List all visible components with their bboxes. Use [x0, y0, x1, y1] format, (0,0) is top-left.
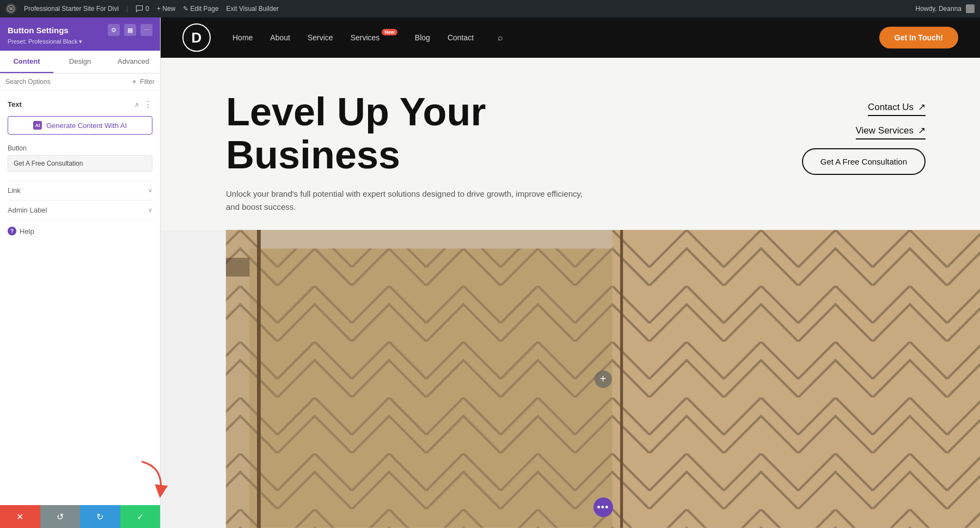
- link-section-label: Link: [8, 186, 21, 195]
- help-icon: ?: [8, 227, 16, 235]
- hero-section: Level Up Your Business Unlock your brand…: [161, 58, 980, 230]
- ai-icon: AI: [33, 121, 42, 130]
- wordpress-icon: W: [5, 3, 16, 14]
- view-services-label: View Services: [856, 125, 914, 136]
- admin-bar: W Professional Starter Site For Divi | 0…: [0, 0, 980, 17]
- link-chevron-down-icon: ∨: [148, 187, 152, 194]
- filter-label: Filter: [140, 78, 155, 86]
- filter-icon: ⧧: [131, 78, 138, 86]
- help-label: Help: [20, 227, 34, 235]
- save-button[interactable]: ✓: [120, 505, 161, 528]
- text-section-menu[interactable]: ⋮: [144, 99, 152, 110]
- svg-rect-8: [249, 249, 621, 528]
- chevron-up-icon: ∧: [134, 101, 139, 108]
- panel-title: Button Settings: [8, 26, 69, 35]
- edit-page-button[interactable]: ✎ Edit Page: [183, 5, 218, 13]
- panel-header-top: Button Settings ⚙ ▦ ⋯: [8, 24, 152, 36]
- undo-button[interactable]: ↺: [40, 505, 81, 528]
- tab-design[interactable]: Design: [53, 51, 107, 73]
- site-nav: D Home About Service Services New Blog C…: [161, 17, 980, 58]
- search-row: ⧧ Filter: [0, 74, 160, 90]
- ai-generate-button[interactable]: AI Generate Content With AI: [8, 116, 152, 135]
- site-logo: D: [182, 23, 211, 52]
- nav-link-contact[interactable]: Contact: [448, 33, 474, 42]
- site-name[interactable]: Professional Starter Site For Divi: [24, 5, 119, 13]
- text-section-collapse[interactable]: ∧: [134, 101, 139, 108]
- panel-menu-icon[interactable]: ⋯: [140, 24, 152, 36]
- howdy-label: Howdy, Deanna: [916, 5, 962, 13]
- right-area: D Home About Service Services New Blog C…: [161, 17, 980, 528]
- hero-subtitle: Unlock your brand's full potential with …: [226, 187, 596, 214]
- view-services-link[interactable]: View Services ↗: [856, 125, 926, 139]
- exit-visual-builder-button[interactable]: Exit Visual Builder: [226, 5, 279, 13]
- help-row[interactable]: ? Help: [8, 220, 152, 242]
- get-in-touch-button[interactable]: Get In Touch!: [879, 27, 958, 48]
- site-nav-links: Home About Service Services New Blog Con…: [232, 33, 503, 43]
- text-section-controls: ∧ ⋮: [134, 99, 152, 110]
- nav-link-blog[interactable]: Blog: [415, 33, 430, 42]
- panel-preset[interactable]: Preset: Professional Black ▾: [8, 38, 152, 45]
- view-services-arrow-icon: ↗: [918, 125, 926, 136]
- get-consultation-button[interactable]: Get A Free Consultation: [802, 148, 926, 175]
- contact-us-label: Contact Us: [868, 102, 914, 113]
- panel-layout-icon[interactable]: ▦: [124, 24, 136, 36]
- nav-services-wrapper: Services New: [351, 33, 397, 42]
- search-icon[interactable]: ⌕: [498, 33, 503, 43]
- admin-label-section[interactable]: Admin Label ∨: [8, 200, 152, 220]
- panel-content: Text ∧ ⋮ AI Generate Content With AI But…: [0, 90, 160, 505]
- left-panel: Button Settings ⚙ ▦ ⋯ Preset: Profession…: [0, 17, 161, 528]
- panel-tabs: Content Design Advanced: [0, 51, 160, 74]
- contact-us-arrow-icon: ↗: [918, 101, 926, 113]
- nav-link-about[interactable]: About: [270, 33, 290, 42]
- hero-left: Level Up Your Business Unlock your brand…: [226, 90, 751, 230]
- nav-link-home[interactable]: Home: [232, 33, 253, 42]
- add-section-button[interactable]: +: [595, 371, 612, 388]
- admin-label-chevron-down-icon: ∨: [148, 207, 152, 214]
- svg-text:W: W: [9, 7, 14, 11]
- nav-new-badge: New: [382, 29, 397, 35]
- new-button[interactable]: + New: [157, 5, 175, 13]
- nav-link-services[interactable]: Services: [351, 33, 380, 42]
- search-input[interactable]: [5, 78, 127, 86]
- nav-link-service[interactable]: Service: [308, 33, 333, 42]
- svg-rect-10: [612, 230, 980, 528]
- admin-bar-right: Howdy, Deanna: [916, 4, 975, 13]
- hero-title-line1: Level Up Your: [226, 90, 486, 133]
- text-section-header: Text ∧ ⋮: [8, 99, 152, 110]
- more-options-button[interactable]: •••: [593, 497, 613, 517]
- button-field-label: Button: [8, 144, 152, 152]
- button-text-input[interactable]: [8, 155, 152, 172]
- panel-settings-icon[interactable]: ⚙: [108, 24, 120, 36]
- panel-header: Button Settings ⚙ ▦ ⋯ Preset: Profession…: [0, 17, 160, 51]
- ai-generate-label: Generate Content With AI: [46, 122, 127, 130]
- text-section-title: Text: [8, 100, 22, 108]
- building-image: + •••: [226, 230, 980, 528]
- hero-title: Level Up Your Business: [226, 90, 751, 177]
- svg-rect-21: [226, 258, 249, 277]
- panel-header-icons: ⚙ ▦ ⋯: [108, 24, 152, 36]
- redo-button[interactable]: ↻: [80, 505, 120, 528]
- user-avatar[interactable]: [966, 4, 975, 13]
- comment-count[interactable]: 0: [136, 5, 149, 13]
- hero-title-line2: Business: [226, 133, 400, 177]
- admin-label-section-label: Admin Label: [8, 206, 47, 214]
- tab-advanced[interactable]: Advanced: [107, 51, 160, 73]
- main-layout: Button Settings ⚙ ▦ ⋯ Preset: Profession…: [0, 17, 980, 528]
- separator: |: [126, 5, 128, 13]
- contact-us-link[interactable]: Contact Us ↗: [868, 101, 926, 116]
- filter-button[interactable]: ⧧ Filter: [131, 78, 155, 86]
- tab-content[interactable]: Content: [0, 51, 53, 73]
- hero-right: Contact Us ↗ View Services ↗ Get A Free …: [773, 90, 926, 175]
- bottom-action-bar: ✕ ↺ ↻ ✓: [0, 505, 160, 528]
- link-section[interactable]: Link ∨: [8, 180, 152, 200]
- cancel-button[interactable]: ✕: [0, 505, 40, 528]
